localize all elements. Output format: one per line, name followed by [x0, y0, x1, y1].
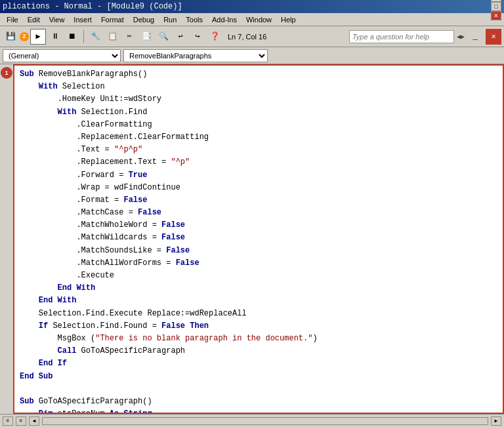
- stop-button[interactable]: ⏹: [64, 29, 80, 45]
- tb-btn-4[interactable]: 📑: [138, 29, 154, 45]
- menu-bar: File Edit View Insert Format Debug Run T…: [0, 13, 504, 26]
- step-badge-2: 2: [20, 32, 29, 41]
- dropdowns-row: (General) RemoveBlankParagraphs: [0, 47, 504, 64]
- toolbar-separator-1: [83, 30, 84, 43]
- step-badge-1: 1: [1, 67, 12, 79]
- restore-button[interactable]: □: [491, 2, 501, 11]
- run-button[interactable]: ▶: [30, 29, 46, 45]
- tb-btn-7[interactable]: ↪: [190, 29, 205, 45]
- menu-addins[interactable]: Add-Ins: [208, 14, 241, 25]
- status-btn-left[interactable]: ◀: [29, 417, 39, 426]
- menu-format[interactable]: Format: [97, 14, 128, 25]
- status-btn-2[interactable]: ≡: [16, 417, 26, 426]
- tb-btn-3[interactable]: ✂: [121, 29, 137, 45]
- code-content: Sub RemoveBlankParagraphs() With Selecti…: [20, 68, 497, 414]
- function-dropdown[interactable]: RemoveBlankParagraphs: [123, 49, 268, 62]
- status-btn-1[interactable]: ≡: [3, 417, 13, 426]
- tb-btn-5[interactable]: 🔍: [156, 29, 171, 45]
- tb-btn-8[interactable]: ❓: [207, 29, 222, 45]
- minimize-toolbar-button[interactable]: _: [467, 29, 483, 45]
- title-bar: plications - Normal - [Module9 (Code)] ─…: [0, 0, 504, 13]
- help-input[interactable]: [349, 30, 454, 43]
- status-btn-right[interactable]: ▶: [491, 417, 501, 426]
- tb-btn-2[interactable]: 📋: [104, 29, 120, 45]
- close-button[interactable]: ✕: [491, 11, 501, 20]
- help-box: ◀▶ _ ✕: [349, 29, 501, 45]
- general-dropdown[interactable]: (General): [3, 49, 121, 62]
- menu-edit[interactable]: Edit: [24, 14, 44, 25]
- menu-window[interactable]: Window: [242, 14, 276, 25]
- title-buttons: ─ □ ✕: [491, 0, 501, 20]
- close-toolbar-button[interactable]: ✕: [486, 29, 501, 45]
- tb-btn-6[interactable]: ↩: [173, 29, 188, 45]
- ln-col-label: Ln 7, Col 16: [228, 33, 266, 41]
- menu-run[interactable]: Run: [159, 14, 180, 25]
- status-bar: ≡ ≡ ◀ ▶: [0, 414, 504, 427]
- tb-btn-1[interactable]: 🔧: [87, 29, 103, 45]
- menu-debug[interactable]: Debug: [129, 14, 158, 25]
- main-area: 1 Sub RemoveBlankParagraphs() With Selec…: [0, 64, 504, 414]
- code-area[interactable]: Sub RemoveBlankParagraphs() With Selecti…: [13, 64, 504, 414]
- menu-help[interactable]: Help: [277, 14, 300, 25]
- left-margin: 1: [0, 64, 13, 414]
- pause-button[interactable]: ⏸: [47, 29, 63, 45]
- title-text: plications - Normal - [Module9 (Code)]: [3, 2, 182, 11]
- menu-file[interactable]: File: [3, 14, 22, 25]
- toolbar: 💾 2 ▶ ⏸ ⏹ 🔧 📋 ✂ 📑 🔍 ↩ ↪ ❓ Ln 7, Col 16 ◀…: [0, 26, 504, 47]
- save-button[interactable]: 💾: [3, 29, 18, 45]
- horizontal-scrollbar[interactable]: [42, 417, 488, 425]
- help-arrow-icon: ◀▶: [457, 33, 465, 41]
- menu-tools[interactable]: Tools: [182, 14, 207, 25]
- menu-view[interactable]: View: [45, 14, 69, 25]
- menu-insert[interactable]: Insert: [70, 14, 96, 25]
